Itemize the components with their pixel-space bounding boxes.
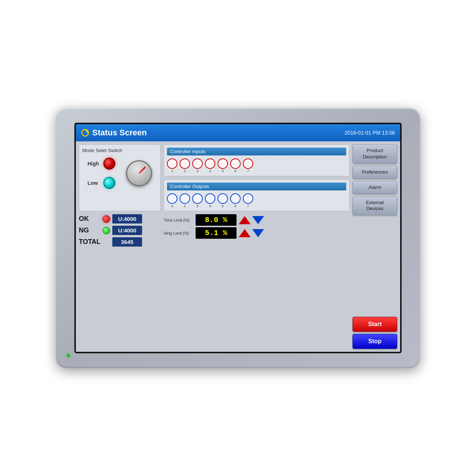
input-led-5[interactable]: 5	[218, 158, 228, 173]
switch-indicators: High Low	[87, 158, 115, 189]
output-led-num-5: 5	[222, 204, 223, 208]
input-led-6[interactable]: 6	[230, 158, 241, 173]
input-led-1[interactable]: 1	[167, 158, 177, 173]
mode-controls: High Low	[82, 156, 157, 190]
output-led-6[interactable]: 6	[230, 193, 241, 208]
high-led[interactable]	[103, 158, 115, 170]
ok-stat-row: OK U:4000	[79, 214, 161, 223]
output-led-7[interactable]: 7	[243, 193, 253, 208]
input-led-3[interactable]: 3	[192, 158, 203, 173]
header-title-area: Status Screen	[81, 128, 147, 138]
screen-bezel: Status Screen 2016-01-01 PM 13:06 Mode S…	[74, 123, 402, 353]
output-led-2[interactable]: 2	[180, 193, 190, 208]
low-led[interactable]	[103, 177, 115, 189]
header-title: Status Screen	[92, 128, 147, 138]
output-led-circle-3	[192, 193, 203, 204]
output-led-circle-2	[180, 193, 190, 204]
top-row: Mode Selet Switch High Low	[79, 144, 350, 211]
input-led-num-2: 2	[184, 169, 186, 173]
ng-led	[103, 227, 110, 234]
time-limit-display[interactable]: 8.0 %	[196, 214, 237, 226]
input-led-4[interactable]: 4	[205, 158, 215, 173]
nav-btn-spacer	[353, 218, 397, 315]
output-led-circle-5	[218, 193, 228, 204]
low-switch-row: Low	[87, 177, 115, 189]
knob-container	[126, 160, 152, 186]
input-led-circle-4	[205, 158, 215, 169]
controller-inputs-panel: Controller Inputs 1 2	[164, 144, 350, 176]
input-led-circle-5	[218, 158, 228, 169]
input-led-circle-2	[180, 158, 190, 169]
high-switch-row: High	[87, 158, 115, 170]
output-led-num-1: 1	[171, 204, 173, 208]
screen: Status Screen 2016-01-01 PM 13:06 Mode S…	[76, 124, 400, 352]
output-led-5[interactable]: 5	[218, 193, 228, 208]
left-panel: Mode Selet Switch High Low	[79, 144, 350, 349]
preferences-button[interactable]: Preferences	[353, 166, 397, 179]
stop-button[interactable]: Stop	[353, 334, 397, 349]
input-led-num-1: 1	[171, 169, 173, 173]
input-led-num-7: 7	[247, 169, 249, 173]
input-led-circle-3	[192, 158, 203, 169]
total-stat-row: TOTAL 3645	[79, 237, 161, 247]
right-panel: ProductDescription Preferences Alarm Ext…	[353, 144, 397, 349]
stats-panel: OK U:4000 NG U:4000 TOTAL	[79, 214, 161, 247]
hing-arrow-buttons	[239, 229, 264, 237]
total-label: TOTAL	[79, 238, 100, 246]
output-led-num-4: 4	[209, 204, 211, 208]
output-led-circle-4	[205, 193, 215, 204]
controller-inputs-header: Controller Inputs	[167, 148, 346, 155]
header-bar: Status Screen 2016-01-01 PM 13:06	[76, 124, 400, 141]
output-led-num-7: 7	[247, 204, 249, 208]
time-limit-row: Time Limit [%] 8.0 %	[164, 214, 350, 226]
mode-panel-title: Mode Selet Switch	[82, 148, 157, 153]
input-led-7[interactable]: 7	[243, 158, 253, 173]
input-led-circle-7	[243, 158, 253, 169]
time-decrement-button[interactable]	[252, 216, 264, 224]
output-led-num-2: 2	[184, 204, 186, 208]
time-increment-button[interactable]	[239, 216, 251, 224]
hing-limit-display[interactable]: 5.1 %	[196, 227, 237, 239]
total-value[interactable]: 3645	[112, 237, 142, 247]
limit-panel: Time Limit [%] 8.0 % Hing Limit [%]	[164, 214, 350, 247]
output-led-num-3: 3	[196, 204, 198, 208]
controller-outputs-panel: Controller Outputs 1 2	[164, 179, 350, 211]
ok-led	[103, 215, 110, 223]
input-led-2[interactable]: 2	[180, 158, 190, 173]
high-label: High	[87, 161, 100, 167]
ng-label: NG	[79, 226, 100, 234]
stats-row: OK U:4000 NG U:4000 TOTAL	[79, 214, 350, 247]
input-led-circle-1	[167, 158, 177, 169]
input-led-num-6: 6	[234, 169, 236, 173]
ng-value[interactable]: U:4000	[112, 226, 142, 235]
hing-increment-button[interactable]	[239, 229, 251, 237]
output-led-circle-7	[243, 193, 253, 204]
ng-stat-row: NG U:4000	[79, 226, 161, 235]
product-description-button[interactable]: ProductDescription	[353, 144, 397, 164]
rotary-knob[interactable]	[126, 160, 152, 186]
device-power-indicator	[67, 354, 70, 357]
controllers-column: Controller Inputs 1 2	[164, 144, 350, 211]
output-led-4[interactable]: 4	[205, 193, 215, 208]
external-devices-button[interactable]: ExternalDevices	[353, 196, 397, 216]
refresh-icon	[81, 129, 89, 137]
time-limit-label: Time Limit [%]	[164, 218, 193, 222]
device-frame: Status Screen 2016-01-01 PM 13:06 Mode S…	[56, 108, 420, 368]
output-led-3[interactable]: 3	[192, 193, 203, 208]
low-label: Low	[87, 180, 100, 186]
hing-decrement-button[interactable]	[252, 229, 264, 237]
controller-outputs-header: Controller Outputs	[167, 183, 346, 190]
start-button[interactable]: Start	[353, 317, 397, 332]
main-content: Mode Selet Switch High Low	[76, 141, 400, 352]
input-led-circle-6	[230, 158, 241, 169]
input-led-num-5: 5	[222, 169, 223, 173]
alarm-button[interactable]: Alarm	[353, 181, 397, 194]
input-led-num-3: 3	[196, 169, 198, 173]
ok-value[interactable]: U:4000	[112, 214, 142, 223]
time-arrow-buttons	[239, 216, 264, 224]
ok-label: OK	[79, 215, 100, 223]
output-led-1[interactable]: 1	[167, 193, 177, 208]
output-led-circle-6	[230, 193, 241, 204]
header-datetime: 2016-01-01 PM 13:06	[345, 130, 395, 136]
output-led-circle-1	[167, 193, 177, 204]
